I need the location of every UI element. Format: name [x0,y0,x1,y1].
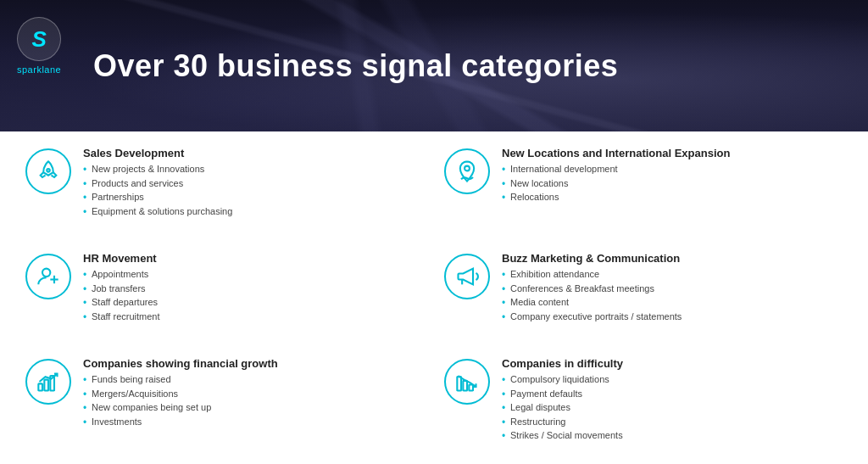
hr-movement-list: AppointmentsJob transfersStaff departure… [83,267,424,323]
buzz-marketing-title: Buzz Marketing & Communication [502,252,843,265]
difficulty-icon [444,359,490,405]
list-item: Conferences & Breakfast meetings [502,282,843,296]
list-item: Funds being raised [83,372,424,387]
sales-development-title: Sales Development [83,147,424,159]
list-item: New companies being set up [83,400,424,415]
svg-point-0 [47,169,50,172]
svg-rect-10 [463,381,467,391]
list-item: New projects & Innovations [83,162,424,176]
logo: S sparklane [17,17,61,75]
financial-growth-title: Companies showing financial growth [83,357,424,370]
sales-development-icon [25,148,71,194]
category-financial-growth: Companies showing financial growthFunds … [17,352,432,454]
sales-development-list: New projects & InnovationsProducts and s… [83,162,424,218]
hr-movement-content: HR MovementAppointmentsJob transfersStaf… [83,252,424,323]
list-item: Restructuring [502,415,843,429]
buzz-marketing-icon [444,254,490,299]
list-item: Products and services [83,176,424,191]
category-hr-movement: HR MovementAppointmentsJob transfersStaf… [17,247,432,349]
list-item: Relocations [502,190,843,204]
list-item: Media content [502,295,843,310]
financial-growth-icon [25,359,71,405]
list-item: International development [502,162,843,176]
buzz-marketing-content: Buzz Marketing & CommunicationExhibition… [502,252,843,323]
list-item: Job transfers [83,282,424,296]
svg-rect-7 [44,380,48,391]
list-item: Staff recruitment [83,310,424,324]
svg-rect-6 [38,383,42,390]
list-item: Strikes / Social movements [502,428,843,443]
page-title: Over 30 business signal categories [93,48,618,84]
svg-point-1 [465,166,470,171]
svg-rect-9 [457,377,461,390]
financial-growth-list: Funds being raisedMergers/AcquisitionsNe… [83,372,424,428]
category-new-locations: New Locations and International Expansio… [436,142,851,243]
category-sales-development: Sales DevelopmentNew projects & Innovati… [17,142,432,243]
list-item: New locations [502,176,843,191]
category-difficulty: Companies in difficultyCompulsory liquid… [436,352,851,454]
list-item: Appointments [83,267,424,282]
list-item: Compulsory liquidations [502,372,843,387]
difficulty-title: Companies in difficulty [502,357,843,370]
list-item: Legal disputes [502,400,843,415]
logo-letter: S [31,26,46,53]
new-locations-list: International developmentNew locationsRe… [502,162,843,204]
sales-development-content: Sales DevelopmentNew projects & Innovati… [83,147,424,218]
list-item: Partnerships [83,190,424,204]
svg-rect-11 [469,385,473,391]
main-content: Sales DevelopmentNew projects & Innovati… [0,131,868,464]
hr-movement-icon [25,254,71,299]
list-item: Company executive portraits / statements [502,310,843,324]
buzz-marketing-list: Exhibition attendanceConferences & Break… [502,267,843,323]
hr-movement-title: HR Movement [83,252,424,265]
header: S sparklane Over 30 business signal cate… [0,0,868,131]
list-item: Investments [83,415,424,429]
logo-text: sparklane [17,64,61,75]
list-item: Exhibition attendance [502,267,843,282]
logo-circle: S [17,17,61,61]
list-item: Mergers/Acquisitions [83,387,424,401]
difficulty-list: Compulsory liquidationsPayment defaultsL… [502,372,843,443]
financial-growth-content: Companies showing financial growthFunds … [83,357,424,428]
list-item: Staff departures [83,295,424,310]
new-locations-title: New Locations and International Expansio… [502,147,843,159]
difficulty-content: Companies in difficultyCompulsory liquid… [502,357,843,443]
new-locations-content: New Locations and International Expansio… [502,147,843,204]
new-locations-icon [444,148,490,194]
svg-point-2 [42,269,50,277]
list-item: Payment defaults [502,387,843,401]
category-buzz-marketing: Buzz Marketing & CommunicationExhibition… [436,247,851,349]
list-item: Equipment & solutions purchasing [83,204,424,219]
